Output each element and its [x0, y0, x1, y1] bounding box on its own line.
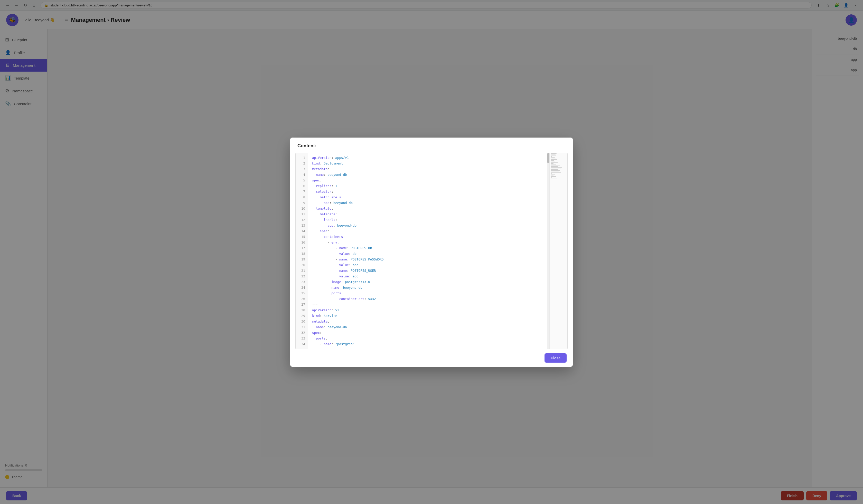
code-line: image: postgres:13.0 [312, 279, 563, 285]
minimap-line [551, 176, 556, 177]
minimap-line [551, 161, 555, 162]
line-number: 13 [296, 223, 308, 229]
code-line: --- [312, 302, 563, 307]
code-line: - name: POSTGRES_USER [312, 268, 563, 274]
modal-overlay[interactable]: Content: 1234567891011121314151617181920… [0, 0, 863, 504]
minimap-line [551, 155, 556, 156]
code-line: apiVersion: v1 [312, 307, 563, 313]
code-line: replicas: 1 [312, 183, 563, 189]
code-line: kind: Service [312, 313, 563, 319]
minimap-line [551, 171, 559, 171]
line-number: 9 [296, 200, 308, 206]
code-line: apiVersion: apps/v1 [312, 155, 563, 161]
minimap-line [551, 163, 553, 164]
line-number: 27 [296, 302, 308, 307]
code-line: ports: [312, 336, 563, 341]
code-line: metadata: [312, 319, 563, 324]
line-number: 24 [296, 285, 308, 290]
code-line: spec: [312, 330, 563, 336]
minimap-line [551, 157, 555, 157]
code-line: - env: [312, 240, 563, 245]
minimap-line [551, 167, 562, 168]
code-line: spec: [312, 229, 563, 234]
code-line: metadata: [312, 211, 563, 217]
code-line: spec: [312, 178, 563, 183]
line-number: 23 [296, 279, 308, 285]
code-line: labels: [312, 217, 563, 223]
minimap-line [551, 161, 555, 161]
scrollbar-thumb[interactable] [547, 153, 549, 163]
minimap-line [551, 169, 558, 170]
line-number: 7 [296, 189, 308, 194]
minimap-line [551, 154, 555, 155]
code-line: metadata: [312, 166, 563, 172]
line-number: 8 [296, 194, 308, 200]
code-container[interactable]: 1234567891011121314151617181920212223242… [295, 153, 568, 349]
minimap-line [551, 168, 558, 168]
line-number: 28 [296, 307, 308, 313]
line-number: 20 [296, 262, 308, 268]
minimap-line [551, 165, 555, 165]
minimap-line [551, 166, 558, 167]
line-number: 4 [296, 172, 308, 178]
minimap-line [551, 156, 552, 157]
modal: Content: 1234567891011121314151617181920… [290, 138, 573, 367]
line-number: 15 [296, 234, 308, 240]
code-line: - containerPort: 5432 [312, 296, 563, 302]
line-number: 29 [296, 313, 308, 319]
line-number: 17 [296, 245, 308, 251]
minimap-line [551, 173, 552, 174]
line-number: 10 [296, 206, 308, 211]
minimap-line [551, 176, 553, 176]
minimap-line [551, 178, 553, 178]
minimap-line [551, 166, 560, 166]
modal-header: Content: [290, 138, 573, 153]
code-line: - name: "postgres" [312, 341, 563, 347]
close-button[interactable]: Close [545, 353, 566, 363]
line-number: 32 [296, 330, 308, 336]
code-line: matchLabels: [312, 194, 563, 200]
line-number: 30 [296, 319, 308, 324]
minimap-line [551, 164, 556, 165]
minimap-line [551, 170, 560, 171]
line-number: 31 [296, 324, 308, 330]
minimap-line [551, 158, 554, 158]
code-line: - name: POSTGRES_PASSWORD [312, 257, 563, 262]
minimap-line [551, 159, 555, 159]
code-content: apiVersion: apps/v1kind: Deploymentmetad… [308, 153, 567, 349]
line-number: 2 [296, 161, 308, 166]
code-line: value: db [312, 251, 563, 257]
code-line: - name: POSTGRES_DB [312, 245, 563, 251]
line-number: 1 [296, 155, 308, 161]
code-line: value: app [312, 262, 563, 268]
line-numbers: 1234567891011121314151617181920212223242… [296, 153, 308, 349]
line-number: 6 [296, 183, 308, 189]
line-number: 33 [296, 336, 308, 341]
minimap-line [551, 172, 561, 173]
code-line: name: beeyond-db [312, 285, 563, 290]
minimap-line [551, 153, 556, 154]
minimap-line [551, 172, 555, 172]
modal-body: 1234567891011121314151617181920212223242… [290, 153, 573, 349]
line-number: 5 [296, 178, 308, 183]
code-line: template: [312, 206, 563, 211]
line-number: 16 [296, 240, 308, 245]
modal-title: Content: [297, 143, 316, 148]
code-line: name: beeyond-db [312, 172, 563, 178]
line-number: 21 [296, 268, 308, 274]
scrollbar-track[interactable] [547, 153, 549, 349]
line-number: 26 [296, 296, 308, 302]
code-line: kind: Deployment [312, 161, 563, 166]
code-line: name: beeyond-db [312, 324, 563, 330]
code-line: value: app [312, 274, 563, 279]
code-line: ports: [312, 290, 563, 296]
line-number: 19 [296, 257, 308, 262]
code-line: containers: [312, 234, 563, 240]
code-line: app: beeyond-db [312, 200, 563, 206]
line-number: 12 [296, 217, 308, 223]
minimap-line [551, 177, 552, 178]
minimap-line [551, 160, 554, 161]
minimap-line [551, 169, 561, 169]
code-line: app: beeyond-db [312, 223, 563, 229]
minimap-line [551, 159, 557, 160]
